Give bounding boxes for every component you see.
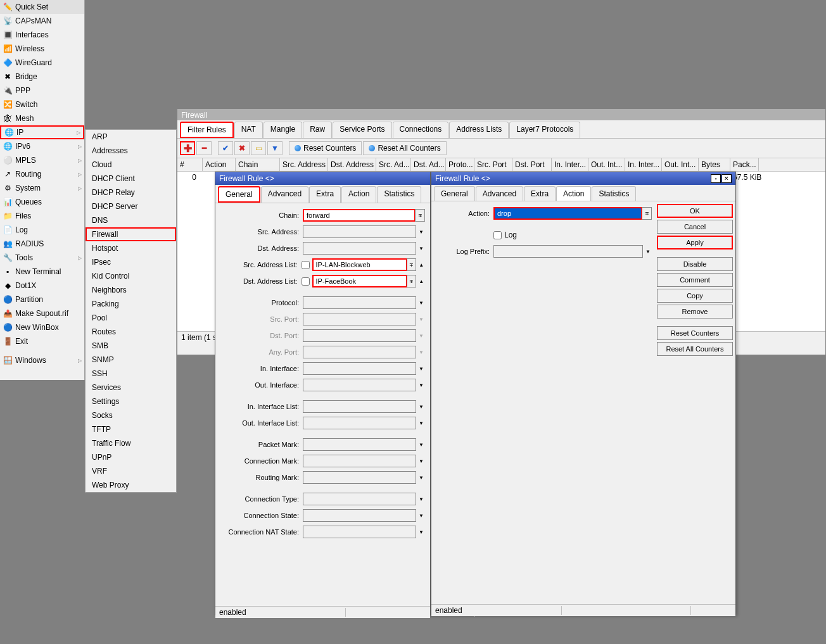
submenu-smb[interactable]: SMB	[86, 339, 176, 353]
expand-icon[interactable]: ▼	[417, 458, 425, 464]
dropdown-icon[interactable]: ∓	[642, 207, 652, 220]
submenu-dhcp-server[interactable]: DHCP Server	[86, 199, 176, 213]
disable-button[interactable]: Disable	[657, 257, 733, 271]
submenu-vrf[interactable]: VRF	[86, 464, 176, 478]
expand-icon[interactable]: ▼	[417, 529, 425, 535]
col-bytes[interactable]: Bytes	[699, 158, 730, 171]
expand-icon[interactable]: ▼	[417, 366, 425, 372]
sidebar-ipv6[interactable]: 🌐IPv6▷	[0, 139, 84, 153]
submenu-ssh[interactable]: SSH	[86, 367, 176, 381]
src-addr-input[interactable]	[303, 225, 416, 238]
sidebar-switch[interactable]: 🔀Switch	[0, 98, 84, 111]
col-in-inter[interactable]: In. Inter...	[552, 158, 588, 171]
sidebar-ppp[interactable]: 🔌PPP	[0, 84, 84, 98]
submenu-pool[interactable]: Pool	[86, 311, 176, 325]
dropdown-icon[interactable]: ∓	[407, 275, 417, 287]
dialog1-tab-statistics[interactable]: Statistics	[377, 186, 421, 203]
dialog1-titlebar[interactable]: Firewall Rule <>	[215, 172, 430, 185]
tab-mangle[interactable]: Mangle	[264, 122, 302, 138]
submenu-addresses[interactable]: Addresses	[86, 144, 176, 158]
tab-raw[interactable]: Raw	[303, 122, 332, 138]
sidebar-mpls[interactable]: ⚪MPLS▷	[0, 153, 84, 167]
sidebar-mesh[interactable]: 🕸Mesh	[0, 111, 84, 125]
dialog2-tab-general[interactable]: General	[434, 186, 475, 201]
dialog1-tab-extra[interactable]: Extra	[309, 186, 341, 203]
expand-icon[interactable]: ▼	[417, 382, 425, 388]
expand-icon[interactable]: ▼	[417, 475, 425, 481]
col-packets[interactable]: Pack...	[730, 158, 759, 171]
conn-nat-state-input[interactable]	[303, 526, 416, 538]
col-dst-addr[interactable]: Dst. Address	[328, 158, 376, 171]
conn-state-input[interactable]	[303, 509, 416, 522]
tab-connections[interactable]: Connections	[393, 122, 449, 138]
submenu-dhcp-client[interactable]: DHCP Client	[86, 172, 176, 186]
restore-button[interactable]: ▫	[711, 174, 721, 183]
tab-address-lists[interactable]: Address Lists	[449, 122, 509, 138]
action-input[interactable]	[493, 207, 642, 220]
submenu-tftp[interactable]: TFTP	[86, 422, 176, 436]
dropdown-icon[interactable]: ∓	[415, 209, 425, 222]
remove-button[interactable]: ━	[196, 141, 212, 155]
expand-icon[interactable]: ▼	[417, 229, 425, 235]
chain-input[interactable]	[303, 209, 416, 222]
sidebar-supout[interactable]: 📤Make Supout.rif	[0, 306, 84, 320]
dialog1-tab-advanced[interactable]: Advanced	[261, 186, 308, 203]
expand-icon[interactable]: ▼	[417, 513, 425, 519]
dialog2-tab-statistics[interactable]: Statistics	[592, 186, 636, 201]
any-port-input[interactable]	[303, 346, 416, 358]
reset-all-counters-button[interactable]: Reset All Counters	[657, 342, 733, 356]
expand-icon[interactable]: ▼	[417, 404, 425, 410]
sidebar-windows[interactable]: 🪟Windows▷	[0, 353, 84, 367]
reset-counters-button[interactable]: Reset Counters	[289, 141, 362, 155]
expand-icon[interactable]: ▼	[417, 246, 425, 251]
packet-mark-input[interactable]	[303, 438, 416, 451]
submenu-upnp[interactable]: UPnP	[86, 450, 176, 464]
expand-icon[interactable]: ▼	[417, 420, 425, 426]
submenu-dhcp-relay[interactable]: DHCP Relay	[86, 186, 176, 199]
submenu-packing[interactable]: Packing	[86, 297, 176, 311]
col-out-int[interactable]: Out. Int...	[588, 158, 625, 171]
col-dst-ad[interactable]: Dst. Ad...	[411, 158, 446, 171]
submenu-cloud[interactable]: Cloud	[86, 158, 176, 172]
col-dst-port[interactable]: Dst. Port	[512, 158, 552, 171]
in-iface-list-input[interactable]	[303, 400, 416, 413]
col-num[interactable]: #	[177, 158, 203, 171]
dialog2-titlebar[interactable]: Firewall Rule <> ▫ ✕	[431, 172, 735, 185]
apply-button[interactable]: Apply	[657, 236, 733, 249]
conn-type-input[interactable]	[303, 493, 416, 505]
dst-port-input[interactable]	[303, 329, 416, 342]
log-checkbox[interactable]	[493, 231, 502, 239]
dialog2-tab-advanced[interactable]: Advanced	[476, 186, 523, 201]
submenu-neighbors[interactable]: Neighbors	[86, 283, 176, 297]
dst-addr-input[interactable]	[303, 242, 416, 255]
submenu-dns[interactable]: DNS	[86, 213, 176, 227]
sidebar-queues[interactable]: 📊Queues	[0, 195, 84, 209]
sidebar-capsman[interactable]: 📡CAPsMAN	[0, 14, 84, 28]
dialog1-tab-action[interactable]: Action	[341, 186, 376, 203]
dropdown-icon[interactable]: ∓	[407, 258, 417, 271]
sidebar-partition[interactable]: 🔵Partition	[0, 293, 84, 306]
expand-icon[interactable]: ▼	[417, 496, 425, 502]
col-in-inter2[interactable]: In. Inter...	[625, 158, 662, 171]
expand-icon[interactable]: ▼	[644, 249, 652, 255]
sidebar-files[interactable]: 📁Files	[0, 209, 84, 223]
reset-counters-button[interactable]: Reset Counters	[657, 326, 733, 340]
collapse-icon[interactable]: ▲	[417, 279, 425, 284]
col-action[interactable]: Action	[203, 158, 236, 171]
src-list-negate[interactable]	[302, 261, 310, 269]
submenu-hotspot[interactable]: Hotspot	[86, 241, 176, 255]
tab-service-ports[interactable]: Service Ports	[333, 122, 391, 138]
expand-icon[interactable]: ▼	[417, 333, 425, 339]
src-list-input[interactable]	[312, 258, 407, 271]
reset-all-counters-button[interactable]: Reset All Counters	[363, 141, 446, 155]
col-proto[interactable]: Proto...	[446, 158, 474, 171]
submenu-routes[interactable]: Routes	[86, 325, 176, 339]
ok-button[interactable]: OK	[657, 204, 733, 218]
col-src-ad[interactable]: Src. Ad...	[376, 158, 411, 171]
add-button[interactable]: ✚	[180, 141, 195, 155]
dialog1-tab-general[interactable]: General	[218, 186, 260, 203]
sidebar-wireless[interactable]: 📶Wireless	[0, 42, 84, 56]
src-port-input[interactable]	[303, 313, 416, 325]
sidebar-exit[interactable]: 🚪Exit	[0, 334, 84, 348]
sidebar-tools[interactable]: 🔧Tools▷	[0, 251, 84, 265]
